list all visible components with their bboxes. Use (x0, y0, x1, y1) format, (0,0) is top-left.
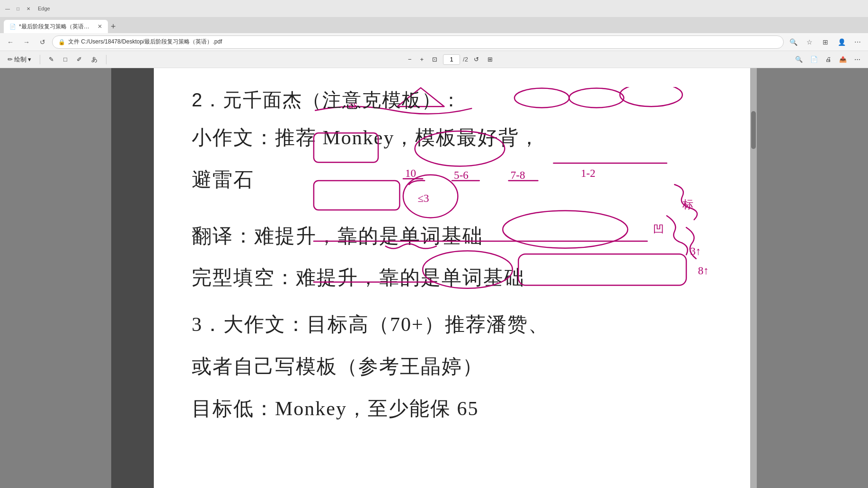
fit-page-button[interactable]: ⊡ (429, 55, 440, 64)
draw-dropdown-icon: ▾ (28, 56, 31, 63)
text-tool[interactable]: あ (89, 54, 100, 65)
share-button[interactable]: 📤 (836, 55, 850, 64)
svg-text:标: 标 (682, 198, 693, 210)
expand-button[interactable]: ⊞ (485, 55, 496, 64)
line-wanXing: 完型填空：难提升，靠的是单词基础 (192, 264, 712, 292)
pdf-container: .hw { fill: none; stroke: #b0006e; strok… (0, 68, 868, 488)
search-icon[interactable]: 🔍 (787, 35, 800, 49)
window-controls: — □ ✕ (4, 5, 32, 12)
tab-label: *最后阶段复习策略（英语）.pdf (19, 23, 93, 31)
bookmark-icon[interactable]: ☆ (803, 35, 816, 49)
lock-icon: 🔒 (58, 39, 65, 45)
line-huozhe: 或者自己写模板（参考王晶婷） (192, 353, 712, 381)
highlight-tool[interactable]: ✐ (74, 55, 85, 64)
address-text: 文件 C:/Users/18478/Desktop/最后阶段复习策略（英语）.p… (68, 38, 222, 46)
line8-text: 目标低：Monkey，至少能保 65 (192, 398, 479, 419)
pdf-content: .hw { fill: none; stroke: #b0006e; strok… (192, 87, 712, 423)
sidebar-panel (111, 68, 154, 488)
close-button[interactable]: ✕ (25, 5, 32, 12)
minimize-button[interactable]: — (4, 5, 11, 12)
forward-button[interactable]: → (20, 35, 33, 49)
more-tools-button[interactable]: ⋯ (851, 55, 863, 64)
separator-2 (106, 55, 106, 64)
line-biLei: 避雷石 (192, 166, 712, 194)
shape-tool[interactable]: □ (61, 55, 70, 64)
page-number-input[interactable] (443, 54, 460, 65)
line-partial-top: 2．元千面杰（注意克模板）： (192, 87, 712, 120)
line-muBiaoDi: 目标低：Monkey，至少能保 65 (192, 395, 712, 423)
refresh-button[interactable]: ↺ (36, 35, 49, 49)
page-total: /2 (463, 56, 468, 63)
line-daZuoWen: 3．大作文：目标高（70+）推荐潘赞、 (192, 311, 712, 339)
line6-text: 3．大作文：目标高（70+）推荐潘赞、 (192, 314, 549, 335)
pdf-icon: 📄 (9, 24, 16, 30)
scrollbar-thumb[interactable] (751, 111, 756, 149)
svg-text:≤3: ≤3 (417, 192, 429, 204)
line7-text: 或者自己写模板（参考王晶婷） (192, 356, 483, 377)
line-xiaoZuoWen: 小作文：推荐 Monkey，模板最好背， (192, 124, 712, 152)
new-tab-button[interactable]: + (111, 20, 116, 33)
draw-mode-button[interactable]: ✏ 绘制 ▾ (5, 54, 34, 65)
browser-window: — □ ✕ Edge 📄 *最后阶段复习策略（英语）.pdf ✕ + ← → ↺… (0, 0, 868, 488)
pen-tool[interactable]: ✎ (46, 55, 57, 64)
zoom-out-button[interactable]: − (405, 55, 415, 64)
profile-icon[interactable]: 👤 (835, 35, 848, 49)
line4-text: 翻译：难提升，靠的是单词基础 (192, 225, 483, 247)
pdf-toolbar: ✏ 绘制 ▾ ✎ □ ✐ あ − + ⊡ /2 ↺ ⊞ 🔍 📄 🖨 📤 ⋯ (0, 51, 868, 68)
line3-text: 避雷石 (192, 166, 254, 194)
scrollbar-track[interactable] (750, 68, 757, 488)
extensions-icon[interactable]: ⊞ (819, 35, 832, 49)
pdf-page: .hw { fill: none; stroke: #b0006e; strok… (154, 68, 750, 488)
pdf-navigation: − + ⊡ /2 ↺ ⊞ (405, 54, 496, 65)
active-tab[interactable]: 📄 *最后阶段复习策略（英语）.pdf ✕ (4, 20, 108, 33)
more-icon[interactable]: ⋯ (851, 35, 864, 49)
line2-text: 小作文：推荐 Monkey，模板最好背， (192, 127, 540, 148)
rotate-button[interactable]: ↺ (471, 55, 482, 64)
address-bar[interactable]: 🔒 文件 C:/Users/18478/Desktop/最后阶段复习策略（英语）… (52, 35, 784, 49)
print-button[interactable]: 🖨 (823, 55, 834, 64)
back-button[interactable]: ← (4, 35, 17, 49)
line-fanYi: 翻译：难提升，靠的是单词基础 (192, 222, 712, 250)
draw-label: 绘制 (14, 55, 27, 64)
partial-text: 2．元千面杰（注意克模板）： (192, 89, 461, 110)
separator-1 (40, 55, 40, 64)
tab-close-button[interactable]: ✕ (97, 23, 102, 30)
address-bar-row: ← → ↺ 🔒 文件 C:/Users/18478/Desktop/最后阶段复习… (0, 33, 868, 51)
find-button[interactable]: 🔍 (792, 55, 806, 64)
title-bar: — □ ✕ Edge (0, 0, 868, 17)
maximize-button[interactable]: □ (14, 5, 22, 12)
tab-bar: 📄 *最后阶段复习策略（英语）.pdf ✕ + (0, 17, 868, 33)
draw-icon: ✏ (8, 56, 13, 63)
save-button[interactable]: 📄 (807, 55, 821, 64)
zoom-in-button[interactable]: + (417, 55, 427, 64)
line5-text: 完型填空：难提升，靠的是单词基础 (192, 267, 525, 288)
